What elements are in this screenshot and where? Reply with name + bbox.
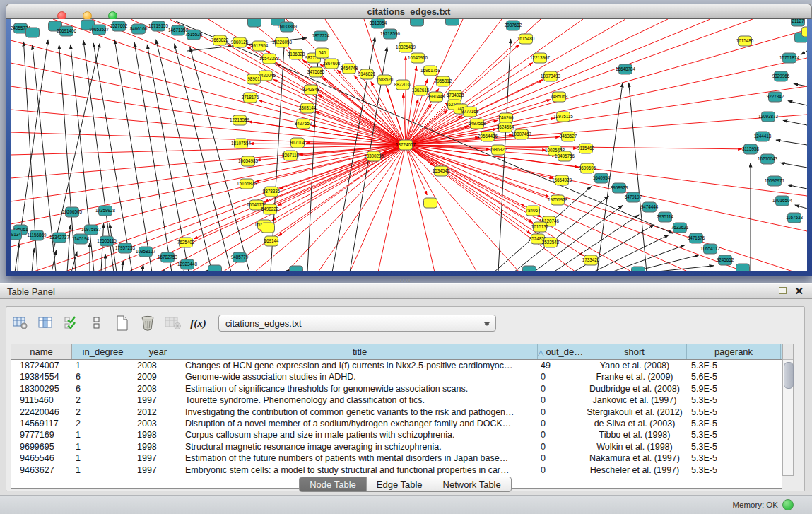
table-row[interactable]: 1830029562008Estimation of significance … — [11, 383, 782, 395]
network-node-label: 746266 — [498, 115, 514, 120]
table-row[interactable]: 946362711997Embryonic stem cells: a mode… — [11, 465, 782, 476]
network-node-label: 6734028 — [447, 93, 464, 98]
network-node-label: 18226058 — [272, 40, 293, 45]
cell-short: Jankovic et al. (1997) — [582, 395, 687, 406]
split-pane-grip[interactable] — [400, 279, 410, 282]
network-node-label: 1244413 — [754, 134, 772, 139]
memory-ok-indicator[interactable] — [782, 499, 794, 510]
tab-edge-table[interactable]: Edge Table — [367, 477, 433, 491]
show-columns-icon[interactable] — [36, 314, 55, 332]
cell-in_degree: 1 — [72, 441, 134, 452]
network-node[interactable] — [424, 198, 437, 208]
network-node-label: 1362615 — [412, 88, 430, 93]
network-nodes[interactable]: 2405572420691406106535271527602846616010… — [11, 19, 807, 271]
window-title: citations_edges.txt — [6, 6, 811, 17]
scrollbar-thumb[interactable] — [784, 362, 794, 389]
cell-short: Wolkin et al. (1998) — [582, 441, 687, 452]
network-node[interactable] — [208, 265, 222, 271]
column-header-year[interactable]: year — [134, 344, 182, 359]
network-node[interactable] — [446, 19, 459, 25]
table-tabs: Node Table Edge Table Network Table — [299, 477, 512, 492]
network-node-label: 546 — [319, 50, 326, 55]
network-node-label: 16210643 — [758, 156, 778, 161]
cell-out_degree: 0 — [538, 465, 582, 476]
network-canvas-area[interactable]: 2405572420691406106535271527602846616010… — [11, 19, 807, 271]
network-node-label: 12213589 — [230, 117, 250, 122]
close-icon[interactable]: ✕ — [794, 285, 804, 298]
table-row[interactable]: 1872400712008Changes of HCN gene express… — [11, 360, 782, 371]
function-builder-icon[interactable]: f(x) — [189, 314, 208, 332]
network-node-label: 1167533 — [786, 215, 804, 220]
cell-pagerank: 5.3E-5 — [687, 418, 781, 429]
delete-column-icon[interactable] — [138, 314, 157, 332]
network-node[interactable] — [411, 19, 424, 26]
network-node[interactable] — [632, 267, 645, 271]
network-node-label: 1640954 — [593, 175, 611, 180]
table-scrollbar[interactable] — [782, 344, 794, 476]
network-node-label: 1015480 — [736, 38, 754, 43]
network-node-label: 15692971 — [765, 178, 785, 183]
network-node-label: 2087682 — [505, 23, 522, 28]
cell-pagerank: 5.5E-5 — [687, 407, 781, 418]
create-column-icon[interactable] — [112, 314, 131, 332]
network-node-label: 12213967 — [530, 55, 551, 60]
network-edges-red[interactable] — [194, 45, 742, 256]
network-node-label: 1615480 — [517, 36, 535, 41]
window-titlebar[interactable]: citations_edges.txt — [6, 4, 812, 19]
table-row[interactable]: 946554611997Estimation of the future num… — [11, 452, 782, 464]
cell-year: 2008 — [134, 383, 182, 395]
network-node-label: 2718176 — [242, 95, 259, 100]
column-header-pagerank[interactable]: pagerank — [687, 344, 781, 359]
network-node-label: 15751874 — [779, 55, 800, 60]
float-window-icon[interactable] — [777, 287, 787, 296]
table-settings-icon[interactable] — [11, 314, 30, 332]
network-node[interactable] — [290, 266, 303, 271]
network-node-label: 10654112 — [700, 246, 720, 251]
table-row[interactable]: 911546021997Tourette syndrome. Phenomeno… — [11, 395, 782, 406]
row-height-icon[interactable] — [87, 314, 106, 332]
network-node-label: 12923448 — [177, 262, 198, 267]
column-header-name[interactable]: name — [11, 344, 72, 359]
attribute-table: namein_degreeyeartitle△out_de…shortpager… — [11, 344, 782, 489]
table-body: 1872400712008Changes of HCN gene express… — [11, 360, 782, 476]
network-node-label: 98901 — [247, 76, 260, 81]
network-node[interactable] — [736, 264, 750, 271]
tab-node-table[interactable]: Node Table — [300, 477, 367, 491]
cell-in_degree: 6 — [72, 371, 134, 382]
table-header-row: namein_degreeyeartitle△out_de…shortpager… — [11, 344, 782, 360]
column-header-short[interactable]: short — [582, 344, 687, 359]
table-toolbar: f(x) citations_edges.txt — [11, 313, 496, 334]
cell-out_degree: 0 — [538, 407, 582, 418]
network-graph[interactable]: 2405572420691406106535271527602846616010… — [11, 19, 807, 271]
column-header-title[interactable]: title — [182, 344, 538, 359]
tab-network-table[interactable]: Network Table — [433, 477, 511, 491]
cell-pagerank: 5.6E-5 — [687, 371, 781, 382]
network-node-label: 9777169 — [461, 109, 479, 114]
cell-year: 1998 — [134, 441, 182, 452]
select-columns-icon[interactable] — [61, 314, 81, 332]
column-header-out_degree[interactable]: △out_de… — [538, 344, 582, 359]
network-node-label: 8186328 — [288, 52, 305, 57]
network-node[interactable] — [802, 27, 808, 37]
network-node-label: 9245652 — [717, 257, 734, 262]
column-header-in_degree[interactable]: in_degree — [72, 344, 134, 359]
table-row[interactable]: 969969511998Structural magnetic resonanc… — [11, 441, 782, 452]
table-row[interactable]: 1456911722003Disruption of a novel membe… — [11, 418, 782, 429]
table-row[interactable]: 1938455462009Genome-wide association stu… — [11, 371, 782, 382]
table-row[interactable]: 2242004622012Investigating the contribut… — [11, 407, 782, 418]
network-node-label: 19756928 — [548, 197, 568, 202]
cell-short: Yano et al. (2008) — [582, 360, 687, 371]
network-node[interactable] — [26, 28, 40, 37]
table-select[interactable]: citations_edges.txt — [218, 315, 496, 332]
network-node-label: 10975887 — [81, 227, 102, 232]
cell-title: Structural magnetic resonance image aver… — [182, 441, 538, 452]
cell-short: Nakamura et al. (1997) — [582, 452, 687, 464]
network-node[interactable] — [523, 266, 536, 271]
cell-short: Stergiakouli et al. (2012) — [582, 407, 687, 418]
network-node-label: 2522542 — [542, 240, 560, 245]
network-node[interactable] — [261, 223, 275, 233]
table-row[interactable]: 977716911998Corpus callosum shape and si… — [11, 429, 782, 440]
network-node[interactable] — [248, 19, 261, 27]
network-node-label: 16033809 — [277, 24, 298, 29]
table-panel-header: Table Panel ✕ — [0, 283, 812, 299]
